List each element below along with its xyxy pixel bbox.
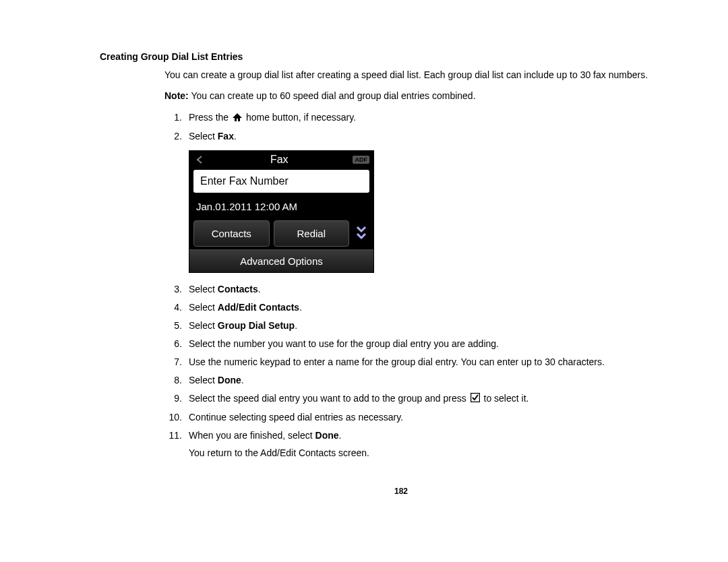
advanced-options-button: Advanced Options	[189, 249, 373, 272]
step-number: 1.	[164, 111, 189, 125]
screenshot-title: Fax	[270, 154, 289, 166]
step-text: Select Add/Edit Contacts.	[189, 301, 674, 315]
device-screenshot: Fax ADF Enter Fax Number Jan.01.2011 12:…	[189, 150, 374, 273]
redial-button: Redial	[274, 220, 350, 247]
step-text: Press the home button, if necessary.	[189, 111, 674, 125]
step-11: 11. When you are finished, select Done.	[164, 429, 674, 443]
step-text: Select Fax.	[189, 129, 674, 144]
chevron-down-icon	[353, 224, 369, 242]
step-7: 7. Use the numeric keypad to enter a nam…	[164, 355, 674, 369]
note-label: Note:	[164, 90, 189, 101]
intro-text: You can create a group dial list after c…	[164, 69, 674, 82]
step-10: 10. Continue selecting speed dial entrie…	[164, 410, 674, 425]
step-number: 6.	[164, 337, 189, 351]
step-text: Use the numeric keypad to enter a name f…	[189, 355, 674, 369]
step-number: 4.	[164, 301, 189, 315]
back-icon	[193, 154, 206, 166]
steps-list-cont: 3. Select Contacts. 4. Select Add/Edit C…	[164, 282, 674, 443]
step-3: 3. Select Contacts.	[164, 282, 674, 296]
step-1: 1. Press the home button, if necessary.	[164, 111, 674, 125]
step-8: 8. Select Done.	[164, 373, 674, 387]
screenshot-buttons: Contacts Redial	[193, 220, 369, 247]
step-6: 6. Select the number you want to use for…	[164, 337, 674, 351]
step-number: 8.	[164, 373, 189, 387]
step-text: Select Done.	[189, 373, 674, 387]
document-page: Creating Group Dial List Entries You can…	[0, 0, 728, 562]
screenshot-header: Fax ADF	[189, 151, 373, 166]
screenshot-body: Enter Fax Number Jan.01.2011 12:00 AM Co…	[189, 166, 373, 249]
step-number: 10.	[164, 410, 189, 425]
step-9: 9. Select the speed dial entry you want …	[164, 392, 674, 406]
page-number: 182	[101, 487, 701, 496]
step-number: 9.	[164, 392, 189, 406]
home-icon	[233, 111, 242, 125]
adf-badge: ADF	[353, 156, 369, 164]
step-number: 11.	[164, 429, 189, 443]
step-5: 5. Select Group Dial Setup.	[164, 319, 674, 333]
step-11-followup: You return to the Add/Edit Contacts scre…	[189, 447, 701, 460]
step-4: 4. Select Add/Edit Contacts.	[164, 301, 674, 315]
step-text: When you are finished, select Done.	[189, 429, 674, 443]
note-text: You can create up to 60 speed dial and g…	[189, 90, 476, 101]
step-text: Select Group Dial Setup.	[189, 319, 674, 333]
intro-block: You can create a group dial list after c…	[164, 69, 674, 102]
step-number: 7.	[164, 355, 189, 369]
steps-list: 1. Press the home button, if necessary. …	[164, 111, 674, 144]
step-2: 2. Select Fax.	[164, 129, 674, 144]
step-number: 5.	[164, 319, 189, 333]
step-text: Select the number you want to use for th…	[189, 337, 674, 351]
step-number: 3.	[164, 282, 189, 296]
step-text: Select the speed dial entry you want to …	[189, 392, 674, 406]
note-line: Note: You can create up to 60 speed dial…	[164, 90, 674, 102]
fax-number-input: Enter Fax Number	[193, 170, 369, 193]
step-number: 2.	[164, 129, 189, 144]
step-text: Continue selecting speed dial entries as…	[189, 410, 674, 425]
checkbox-icon	[471, 392, 480, 406]
section-heading: Creating Group Dial List Entries	[100, 51, 701, 62]
step-text: Select Contacts.	[189, 282, 674, 296]
datetime-display: Jan.01.2011 12:00 AM	[193, 201, 369, 220]
contacts-button: Contacts	[193, 220, 270, 247]
